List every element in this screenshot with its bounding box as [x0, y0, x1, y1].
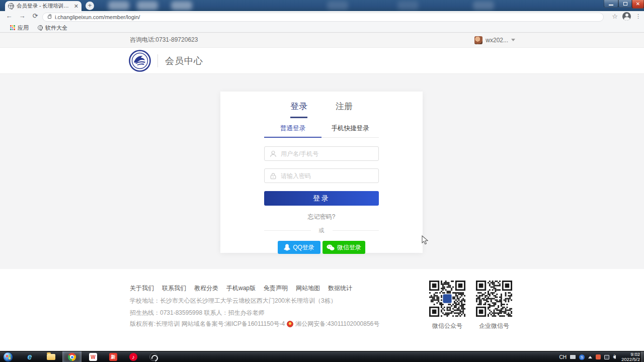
- browser-menu-icon[interactable]: ⋮: [635, 14, 641, 19]
- username-field-wrap: [264, 146, 379, 161]
- url-bar[interactable]: i.changlipeixun.com/member/login/: [42, 13, 604, 22]
- forward-button[interactable]: →: [17, 12, 27, 20]
- header-divider: [157, 54, 158, 67]
- police-badge-icon: [287, 321, 293, 327]
- footer-address: 学校地址：长沙市天心区长沙理工大学云塘校区西大门200米长理培训（3栋）: [130, 297, 337, 305]
- windows-taskbar: e W 新 ♪ CH S 9:02 2022/5/2: [0, 351, 644, 362]
- window-maximize-button[interactable]: [618, 0, 632, 8]
- sogou-input-icon[interactable]: S: [579, 354, 585, 360]
- login-method-subtabs: 普通登录 手机快捷登录: [264, 124, 379, 138]
- footer-copyright: 版权所有:长理培训 网站域名备案号:湘ICP备16011150号-4 湘公网安备…: [130, 320, 379, 328]
- bookmark-label: 软件大全: [45, 24, 67, 32]
- footer-link-disclaimer[interactable]: 免责声明: [264, 284, 288, 293]
- login-card: 登录 注册 普通登录 手机快捷登录 登录 忘记密码? 或: [220, 92, 423, 253]
- login-button[interactable]: 登录: [264, 191, 379, 206]
- tab-title: 会员登录 - 长理培训（长理职培: [17, 3, 72, 10]
- taskbar-ie-icon[interactable]: e: [20, 351, 39, 362]
- password-field-wrap: [264, 168, 379, 183]
- qr-code-wechat-official: [429, 281, 465, 317]
- tab-login[interactable]: 登录: [290, 101, 307, 118]
- window-minimize-button[interactable]: [604, 0, 618, 8]
- consult-phone: 咨询电话:0731-89720623: [130, 33, 198, 47]
- footer-link-sitemap[interactable]: 网站地图: [296, 284, 320, 293]
- bookmark-label: 应用: [18, 24, 29, 32]
- hidden-icons-arrow[interactable]: [588, 356, 592, 358]
- apps-grid-icon: [10, 25, 15, 30]
- police-record-text[interactable]: 湘公网安备:43011102000856号: [295, 320, 379, 328]
- user-icon: [270, 150, 277, 157]
- clock-date: 2022/5/2: [621, 357, 640, 362]
- browser-profile-icon[interactable]: [622, 12, 631, 21]
- footer-link-wap[interactable]: 手机wap版: [226, 284, 256, 293]
- qq-login-label: QQ登录: [293, 243, 314, 252]
- lock-icon: [48, 16, 51, 19]
- url-text[interactable]: i.changlipeixun.com/member/login/: [55, 14, 140, 20]
- keyboard-icon[interactable]: [570, 355, 576, 359]
- wallpaper-blob: [327, 1, 348, 10]
- lock-icon: [270, 172, 277, 179]
- main-area: 登录 注册 普通登录 手机快捷登录 登录 忘记密码? 或: [0, 74, 644, 269]
- start-button[interactable]: [3, 352, 13, 362]
- login-register-tabs: 登录 注册: [220, 92, 423, 118]
- red-audio-app-icon[interactable]: [596, 354, 601, 359]
- site-header: 会员中心: [0, 48, 644, 74]
- language-indicator[interactable]: CH: [559, 354, 567, 360]
- taskbar-netease-music-icon[interactable]: ♪: [124, 351, 143, 362]
- browser-toolbar: ← → ⟳ i.changlipeixun.com/member/login/ …: [0, 11, 644, 23]
- social-login-row: QQ登录 微信登录: [220, 241, 423, 254]
- wechat-login-button[interactable]: 微信登录: [323, 241, 365, 254]
- back-button[interactable]: ←: [4, 12, 14, 20]
- wallpaper-blob: [108, 1, 129, 10]
- bookmarks-bar: 应用 软件大全: [0, 23, 644, 33]
- volume-icon[interactable]: [613, 355, 616, 359]
- footer-link-stats[interactable]: 数据统计: [328, 284, 352, 293]
- qr-label: 企业微信号: [476, 322, 512, 330]
- show-desktop-button[interactable]: [641, 351, 644, 362]
- taskbar-chrome-icon[interactable]: [62, 351, 82, 362]
- subtab-mobile-quick-login[interactable]: 手机快捷登录: [321, 124, 379, 138]
- wechat-login-label: 微信登录: [337, 243, 361, 252]
- tab-favicon-globe-icon: [8, 3, 14, 9]
- footer-links: 关于我们 联系我们 教程分类 手机wap版 免责声明 网站地图 数据统计: [130, 284, 352, 293]
- site-footer: 关于我们 联系我们 教程分类 手机wap版 免责声明 网站地图 数据统计 学校地…: [0, 269, 644, 351]
- or-divider: 或: [264, 227, 379, 234]
- user-menu[interactable]: wx202...: [474, 33, 515, 47]
- taskbar-clock[interactable]: 9:02 2022/5/2: [621, 352, 640, 362]
- chevron-down-icon: [511, 39, 515, 41]
- taskbar-explorer-icon[interactable]: [41, 351, 60, 362]
- site-logo[interactable]: [129, 50, 151, 72]
- qr-enterprise-wechat-wrap: 企业微信号: [476, 281, 512, 330]
- footer-link-categories[interactable]: 教程分类: [194, 284, 218, 293]
- bookmark-apps[interactable]: 应用: [10, 24, 29, 32]
- wallpaper-blob: [137, 1, 158, 10]
- qr-label: 微信公众号: [429, 322, 465, 330]
- browser-tab[interactable]: 会员登录 - 长理培训（长理职培 ✕: [5, 1, 82, 11]
- qr-code-enterprise-wechat: [476, 281, 512, 317]
- tab-register[interactable]: 注册: [336, 101, 353, 118]
- wechat-icon: [327, 244, 335, 251]
- footer-link-contact[interactable]: 联系我们: [162, 284, 186, 293]
- reload-button[interactable]: ⟳: [30, 12, 40, 20]
- taskbar-wps-icon[interactable]: W: [84, 351, 103, 362]
- taskbar-xin-app-icon[interactable]: 新: [104, 351, 123, 362]
- username-input[interactable]: [281, 150, 378, 157]
- new-tab-button[interactable]: +: [86, 2, 94, 10]
- user-avatar: [474, 36, 482, 44]
- user-name: wx202...: [486, 37, 508, 44]
- footer-hotline: 招生热线：0731-83595998 联系人：招生办谷老师: [130, 309, 264, 317]
- network-icon[interactable]: [604, 355, 609, 359]
- wallpaper-blob: [171, 1, 192, 10]
- password-input[interactable]: [281, 172, 378, 179]
- forgot-password-link[interactable]: 忘记密码?: [220, 213, 423, 221]
- tab-close-icon[interactable]: ✕: [74, 4, 78, 9]
- footer-link-about[interactable]: 关于我们: [130, 284, 154, 293]
- bookmark-star-icon[interactable]: ☆: [612, 13, 618, 20]
- bookmark-software[interactable]: 软件大全: [38, 24, 67, 32]
- taskbar-obs-icon[interactable]: [144, 351, 163, 362]
- system-tray: CH S: [559, 351, 616, 362]
- wallpaper-blob: [397, 1, 419, 10]
- subtab-normal-login[interactable]: 普通登录: [264, 124, 321, 138]
- window-close-button[interactable]: ✕: [632, 0, 644, 9]
- qq-login-button[interactable]: QQ登录: [278, 241, 320, 254]
- qq-penguin-icon: [284, 244, 290, 251]
